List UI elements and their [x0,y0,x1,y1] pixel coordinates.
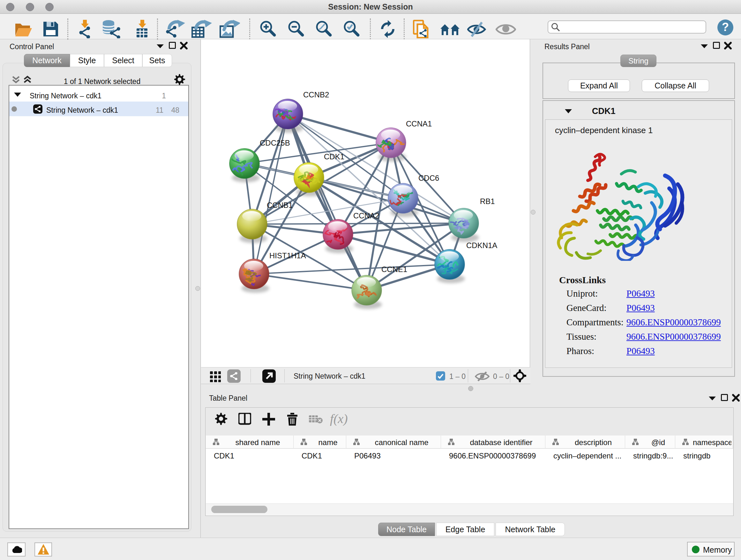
svg-text:HIST1H1A: HIST1H1A [269,251,306,260]
svg-text:CCNB2: CCNB2 [303,90,329,99]
svg-text:CDKN1A: CDKN1A [466,241,497,250]
svg-text:CCNA2: CCNA2 [353,211,379,220]
svg-text:CDC25B: CDC25B [260,138,290,147]
svg-text:CDC6: CDC6 [418,174,439,182]
svg-text:CCNA1: CCNA1 [406,119,432,128]
svg-text:CCNB1: CCNB1 [267,201,293,209]
svg-text:RB1: RB1 [480,197,495,206]
svg-text:CDK1: CDK1 [324,152,344,161]
svg-text:CCNE1: CCNE1 [381,265,407,273]
